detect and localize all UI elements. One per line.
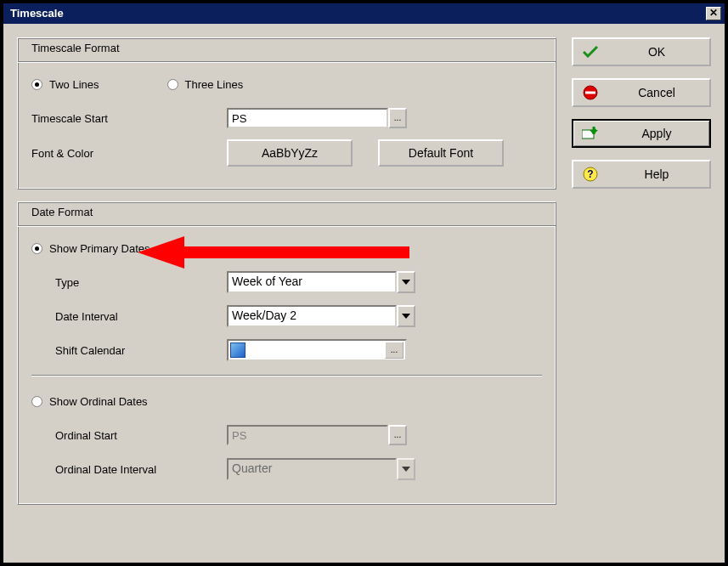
apply-icon	[582, 127, 599, 140]
radio-circle-icon	[167, 79, 178, 90]
help-label: Help	[612, 167, 701, 181]
timescale-start-input[interactable]	[227, 108, 388, 128]
show-ordinal-dates-radio[interactable]: Show Ordinal Dates	[31, 395, 148, 408]
ordinal-start-row: Ordinal Start ...	[31, 422, 542, 448]
help-button[interactable]: ? Help	[572, 160, 711, 189]
radio-circle-icon	[31, 243, 42, 254]
client-area: Timescale Format Two Lines Three Lines T…	[3, 24, 725, 563]
three-lines-label: Three Lines	[185, 78, 244, 91]
timescale-dialog: Timescale ✕ Timescale Format Two Lines T…	[3, 3, 725, 563]
timescale-start-row: Timescale Start ...	[31, 105, 542, 131]
group-separator	[18, 225, 556, 227]
ordinal-interval-row: Ordinal Date Interval Quarter	[31, 456, 542, 482]
shift-calendar-label: Shift Calendar	[31, 344, 227, 357]
shift-calendar-field[interactable]: ...	[227, 339, 407, 361]
group-separator	[18, 61, 556, 63]
date-interval-value: Week/Day 2	[227, 305, 397, 327]
apply-button[interactable]: Apply	[572, 119, 711, 148]
date-interval-row: Date Interval Week/Day 2	[31, 303, 542, 329]
primary-dates-radio-row: Show Primary Dates	[31, 235, 542, 261]
three-lines-radio[interactable]: Three Lines	[167, 78, 244, 91]
ordinal-dates-radio-row: Show Ordinal Dates	[31, 388, 542, 414]
show-primary-dates-label: Show Primary Dates	[49, 242, 150, 255]
timescale-start-label: Timescale Start	[31, 112, 227, 125]
apply-label: Apply	[612, 127, 701, 140]
ordinal-interval-dropdown: Quarter	[227, 458, 415, 480]
type-row: Type Week of Year	[31, 269, 542, 295]
timescale-format-group: Timescale Format Two Lines Three Lines T…	[17, 37, 556, 190]
no-entry-icon	[582, 85, 599, 100]
ordinal-start-browse-button: ...	[388, 425, 407, 445]
chevron-down-icon	[397, 458, 415, 480]
check-icon	[582, 46, 599, 58]
svg-rect-1	[585, 92, 595, 94]
calendar-people-icon	[230, 342, 245, 358]
timescale-format-title: Timescale Format	[31, 42, 542, 54]
font-color-label: Font & Color	[31, 147, 227, 160]
font-color-row: Font & Color AaBbYyZz Default Font	[31, 139, 542, 167]
date-format-title: Date Format	[31, 206, 542, 218]
ordinal-start-input	[227, 425, 388, 445]
two-lines-radio[interactable]: Two Lines	[31, 78, 99, 91]
type-value: Week of Year	[227, 271, 397, 293]
chevron-down-icon[interactable]	[397, 271, 415, 293]
main-column: Timescale Format Two Lines Three Lines T…	[17, 37, 556, 549]
chevron-down-icon[interactable]	[397, 305, 415, 327]
ordinal-interval-value: Quarter	[227, 458, 397, 480]
radio-circle-icon	[31, 79, 42, 90]
type-dropdown[interactable]: Week of Year	[227, 271, 415, 293]
ok-button[interactable]: OK	[572, 37, 711, 66]
date-interval-label: Date Interval	[31, 310, 227, 323]
button-column: OK Cancel Apply ? Help	[572, 37, 711, 549]
date-format-group: Date Format Show Primary Dates Type Week…	[17, 201, 556, 505]
close-button[interactable]: ✕	[706, 7, 721, 20]
window-title: Timescale	[10, 3, 64, 24]
help-icon: ?	[582, 167, 599, 182]
type-label: Type	[31, 276, 227, 289]
ok-label: OK	[612, 45, 701, 59]
timescale-start-browse-button[interactable]: ...	[388, 108, 407, 128]
title-bar: Timescale ✕	[3, 3, 725, 24]
show-primary-dates-radio[interactable]: Show Primary Dates	[31, 242, 150, 255]
cancel-button[interactable]: Cancel	[572, 78, 711, 107]
shift-calendar-browse-button[interactable]: ...	[385, 342, 404, 359]
cancel-label: Cancel	[612, 86, 701, 99]
default-font-button[interactable]: Default Font	[378, 139, 504, 167]
show-ordinal-dates-label: Show Ordinal Dates	[49, 395, 148, 408]
font-sample-button[interactable]: AaBbYyZz	[227, 139, 353, 167]
ordinal-start-label: Ordinal Start	[31, 429, 227, 442]
ordinal-interval-label: Ordinal Date Interval	[31, 463, 227, 476]
two-lines-label: Two Lines	[49, 78, 99, 91]
radio-circle-icon	[31, 396, 42, 407]
inner-separator	[31, 375, 542, 376]
svg-text:?: ?	[587, 168, 593, 180]
shift-calendar-row: Shift Calendar ...	[31, 337, 542, 363]
date-interval-dropdown[interactable]: Week/Day 2	[227, 305, 415, 327]
lines-radio-row: Two Lines Three Lines	[31, 71, 542, 97]
